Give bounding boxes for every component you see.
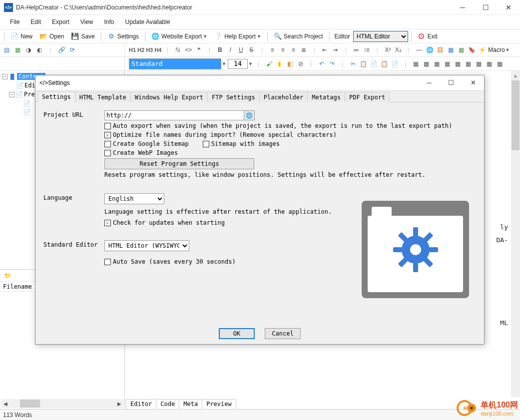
superscript-button[interactable]: X² — [383, 45, 392, 54]
table-row-button[interactable]: ▦ — [422, 59, 431, 68]
table-col-button[interactable]: ▦ — [433, 59, 442, 68]
paste-text-button[interactable]: 📄 — [391, 59, 400, 68]
underline-button[interactable]: U — [236, 45, 245, 54]
tab-metatags[interactable]: Metatags — [307, 92, 345, 102]
dialog-minimize-button[interactable]: ─ — [418, 75, 440, 90]
url-browse-button[interactable]: 🌐 — [244, 110, 255, 120]
auto-export-checkbox[interactable] — [104, 123, 111, 129]
undo-button[interactable]: ↶ — [317, 59, 326, 68]
search-project-button[interactable]: 🔍Search Project — [271, 30, 326, 42]
tab-meta[interactable]: Meta — [179, 399, 202, 409]
tab-windows-help[interactable]: Windows Help Export — [130, 92, 208, 102]
subscript-button[interactable]: X₂ — [394, 45, 403, 54]
dialog-close-button[interactable]: ✕ — [462, 75, 484, 90]
scroll-right-icon[interactable]: ▶ — [115, 400, 124, 408]
insert-button[interactable]: ▦ — [457, 45, 466, 54]
align-right-button[interactable]: ≡ — [289, 45, 298, 54]
optimize-checkbox[interactable]: ✓ — [104, 132, 111, 138]
code-icon[interactable]: <> — [184, 45, 193, 54]
table-button[interactable]: ▦ — [446, 45, 455, 54]
h4-button[interactable]: H4 — [154, 47, 161, 53]
italic-button[interactable]: I — [226, 45, 235, 54]
font-size-input[interactable] — [228, 59, 248, 69]
macro-dropdown-icon[interactable]: ▼ — [506, 47, 510, 52]
exit-button[interactable]: ⮿Exit — [415, 30, 441, 42]
website-export-button[interactable]: 🌐Website Export▼ — [148, 30, 210, 42]
scroll-thumb[interactable] — [20, 400, 40, 408]
tab-code[interactable]: Code — [156, 399, 179, 409]
h3-button[interactable]: H3 — [146, 47, 153, 53]
bookmark-button[interactable]: 🔖 — [467, 45, 476, 54]
menu-edit[interactable]: Edit — [25, 16, 46, 27]
hr-button[interactable]: — — [415, 45, 424, 54]
ok-button[interactable]: OK — [219, 328, 255, 339]
language-select[interactable]: English — [104, 193, 164, 204]
maximize-button[interactable]: ☐ — [474, 0, 497, 15]
table-x-button[interactable]: ▦ — [485, 59, 494, 68]
style-dropdown-icon[interactable]: ▼ — [222, 61, 226, 66]
sitemap-images-checkbox[interactable] — [203, 141, 209, 147]
reset-settings-button[interactable]: Reset Program Settings — [104, 158, 254, 169]
tab-pdf-export[interactable]: PDF Export — [345, 92, 390, 102]
highlight-icon[interactable]: ▮ — [275, 59, 284, 68]
table-split-button[interactable]: ▦ — [464, 59, 473, 68]
new-button[interactable]: 📄New — [7, 30, 35, 42]
nonbreak-icon[interactable]: ℕ — [173, 45, 182, 54]
folder-icon[interactable]: 📁 — [3, 271, 12, 280]
strike-button[interactable]: S — [247, 45, 256, 54]
dialog-maximize-button[interactable]: ☐ — [440, 75, 462, 90]
image-button[interactable]: 🖼 — [436, 45, 445, 54]
vertical-scrollbar[interactable]: ▲ — [511, 71, 520, 397]
paste-button[interactable]: 📄 — [370, 59, 379, 68]
tab-settings[interactable]: Settings — [37, 91, 75, 102]
menu-info[interactable]: Info — [99, 16, 119, 27]
menu-update[interactable]: Update Available — [120, 16, 175, 27]
scroll-thumb[interactable] — [512, 80, 520, 150]
table-insert-button[interactable]: ▦ — [412, 59, 421, 68]
h2-button[interactable]: H2 — [137, 47, 144, 53]
list-ol-button[interactable]: ≔ — [352, 45, 361, 54]
align-justify-button[interactable]: ≣ — [299, 45, 308, 54]
table-y-button[interactable]: ▦ — [496, 59, 505, 68]
world-button[interactable]: 🌐 — [425, 45, 434, 54]
table-prop-button[interactable]: ▦ — [475, 59, 484, 68]
menu-file[interactable]: File — [5, 16, 24, 27]
add-page-icon[interactable]: ▦ — [13, 45, 22, 54]
menu-export[interactable]: Export — [47, 16, 74, 27]
table-merge-button[interactable]: ▦ — [454, 59, 463, 68]
brush-icon[interactable]: 🖌 — [265, 59, 274, 68]
table-del-button[interactable]: ▦ — [443, 59, 452, 68]
h1-button[interactable]: H1 — [129, 47, 136, 53]
align-left-button[interactable]: ≡ — [268, 45, 277, 54]
scroll-left-icon[interactable]: ◀ — [1, 400, 10, 408]
macro-button[interactable]: Macro — [488, 46, 505, 53]
google-sitemap-checkbox[interactable] — [104, 141, 111, 147]
editor-select[interactable]: HTML Editor — [353, 31, 408, 42]
save-button[interactable]: 💾Save — [68, 30, 97, 42]
list-ul-button[interactable]: ⁝≡ — [362, 45, 371, 54]
style-select[interactable] — [129, 58, 221, 69]
cut-button[interactable]: ✂ — [349, 59, 358, 68]
refresh-icon[interactable]: ⟳ — [68, 45, 77, 54]
tab-html-template[interactable]: HTML Template — [75, 92, 131, 102]
clear-icon[interactable]: ⊘ — [296, 59, 305, 68]
quote-icon[interactable]: ❝ — [194, 45, 203, 54]
nav-up-icon[interactable]: ◑ — [24, 45, 33, 54]
tab-placeholder[interactable]: Placeholder — [259, 92, 308, 102]
paste-special-button[interactable]: 📋 — [380, 59, 389, 68]
eraser-icon[interactable]: ◧ — [286, 59, 295, 68]
settings-button[interactable]: ⚙Settings — [104, 30, 142, 42]
bold-button[interactable]: B — [215, 45, 224, 54]
sidebar-hscroll[interactable]: ◀ ▶ — [1, 399, 124, 408]
tree-collapse-icon[interactable]: − — [9, 92, 14, 97]
tree-collapse-icon[interactable]: − — [2, 74, 7, 79]
auto-save-checkbox[interactable] — [104, 259, 111, 265]
minimize-button[interactable]: ─ — [451, 0, 474, 15]
link-icon[interactable]: 🔗 — [57, 45, 66, 54]
nav-down-icon[interactable]: ◐ — [35, 45, 44, 54]
scroll-up-icon[interactable]: ▲ — [511, 71, 520, 80]
tab-preview[interactable]: Preview — [202, 399, 236, 409]
project-url-input[interactable] — [104, 110, 244, 120]
close-button[interactable]: ✕ — [497, 0, 520, 15]
redo-button[interactable]: ↷ — [328, 59, 337, 68]
